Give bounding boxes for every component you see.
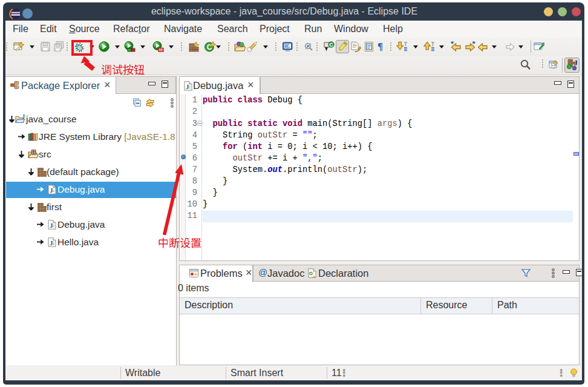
svg-text:J: J <box>22 114 25 120</box>
svg-text:J: J <box>574 59 578 67</box>
svg-text:C: C <box>329 42 333 48</box>
